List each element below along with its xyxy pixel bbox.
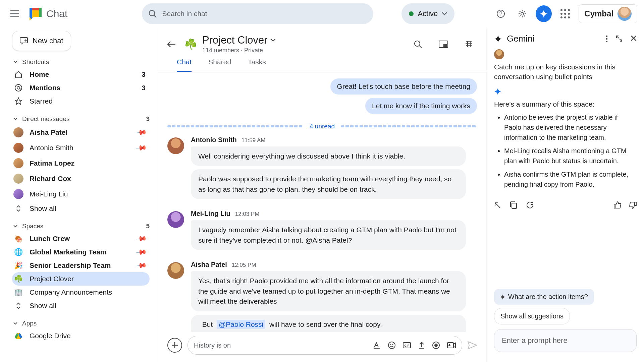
main-menu-button[interactable] <box>7 6 23 22</box>
avatar-icon <box>13 127 23 137</box>
star-icon <box>13 97 23 105</box>
message-author[interactable]: Antonio Smith <box>191 136 237 144</box>
search-placeholder: Search in chat <box>162 10 207 18</box>
new-chat-icon <box>20 37 28 45</box>
message-bubble[interactable]: But @Paolo Rossi will have to send over … <box>191 315 466 332</box>
pin-icon: 📌 <box>135 126 147 138</box>
top-bar: Chat Search in chat Active ? Cymbal <box>0 0 644 27</box>
panel-more-button[interactable] <box>606 35 608 43</box>
compose-placeholder: History is on <box>194 342 366 349</box>
dm-item[interactable]: Fatima Lopez <box>12 156 150 171</box>
panel-expand-button[interactable] <box>616 35 623 43</box>
message-author[interactable]: Aisha Patel <box>191 261 227 268</box>
panel-close-button[interactable] <box>631 35 637 43</box>
nav-starred[interactable]: Starred <box>12 95 150 108</box>
mention-chip[interactable]: @Paolo Rossi <box>217 320 265 329</box>
message-bubble[interactable]: Well considering everything we discussed… <box>191 146 466 166</box>
thread-button[interactable] <box>461 36 477 52</box>
space-item[interactable]: 🎉Senior Leadership Team📌 <box>12 259 150 272</box>
home-icon <box>13 70 23 78</box>
dm-item[interactable]: Richard Cox <box>12 171 150 186</box>
dm-item[interactable]: Antonio Smith📌 <box>12 140 150 156</box>
compose-input[interactable]: History is on GIF <box>187 336 462 355</box>
prompt-input[interactable]: Enter a prompt here <box>494 329 637 352</box>
message-bubble[interactable]: Yes, that's right! Paolo provided me wit… <box>191 271 466 311</box>
pip-button[interactable] <box>435 36 451 52</box>
section-spaces[interactable]: Spaces 5 <box>13 223 150 230</box>
nav-home[interactable]: Home 3 <box>12 68 150 81</box>
dm-show-all[interactable]: Show all <box>12 202 150 215</box>
send-icon <box>468 341 477 349</box>
avatar-icon <box>13 174 23 184</box>
summary-bullet: Antonio believes the project is viable i… <box>504 112 637 142</box>
tab-tasks[interactable]: Tasks <box>248 58 266 72</box>
space-title[interactable]: Project Clover <box>202 34 276 46</box>
format-button[interactable] <box>373 342 381 349</box>
message-author[interactable]: Mei-Ling Liu <box>191 210 230 218</box>
gemini-spark-icon <box>494 35 502 43</box>
svg-point-0 <box>149 10 155 16</box>
space-item-active[interactable]: ☘️Project Clover <box>12 272 150 286</box>
user-avatar[interactable] <box>618 7 632 21</box>
svg-point-18 <box>606 35 608 37</box>
gear-icon <box>518 9 527 18</box>
app-logo[interactable]: Chat <box>28 6 67 21</box>
gemini-button[interactable] <box>536 6 552 22</box>
space-item[interactable]: 🌐Global Marketing Team📌 <box>12 245 150 259</box>
search-in-space-button[interactable] <box>410 36 426 52</box>
spark-icon <box>500 294 505 300</box>
search-bar[interactable]: Search in chat <box>142 3 373 24</box>
composer: History is on GIF <box>158 332 486 362</box>
thumbs-down-button[interactable] <box>629 201 637 209</box>
section-shortcuts[interactable]: Shortcuts <box>13 58 150 66</box>
tab-chat[interactable]: Chat <box>177 58 192 72</box>
insert-button[interactable] <box>494 202 501 208</box>
show-all-suggestions[interactable]: Show all suggestions <box>494 308 570 324</box>
copy-button[interactable] <box>510 201 517 209</box>
dm-item[interactable]: Aisha Patel📌 <box>12 125 150 140</box>
gif-button[interactable]: GIF <box>403 342 411 348</box>
message-time: 11:59 AM <box>241 137 266 144</box>
pip-icon <box>439 41 448 48</box>
tab-shared[interactable]: Shared <box>208 58 231 72</box>
settings-button[interactable] <box>514 6 530 22</box>
outgoing-message[interactable]: Great! Let's touch base before the meeti… <box>330 78 477 95</box>
suggestion-chip[interactable]: What are the action items? <box>494 289 594 305</box>
org-switcher[interactable]: Cymbal <box>579 4 637 23</box>
spaces-show-all[interactable]: Show all <box>12 299 150 312</box>
record-button[interactable] <box>432 342 440 349</box>
thumbs-up-button[interactable] <box>614 201 621 209</box>
caret-down-icon <box>13 225 17 228</box>
gemini-spark-icon <box>539 9 548 18</box>
section-direct-messages[interactable]: Direct messages 3 <box>13 115 150 123</box>
space-item[interactable]: 🍖Lunch Crew📌 <box>12 232 150 245</box>
dm-item[interactable]: Mei-Ling Liu <box>12 186 150 202</box>
arrow-left-icon <box>167 41 176 48</box>
presence-selector[interactable]: Active <box>401 3 454 24</box>
app-item-drive[interactable]: Google Drive <box>12 329 150 343</box>
message-bubble[interactable]: I vaguely remember Aisha talking about c… <box>191 220 466 250</box>
emoji-button[interactable] <box>388 342 395 349</box>
send-button[interactable] <box>468 341 477 349</box>
new-chat-button[interactable]: New chat <box>12 31 71 51</box>
message-list[interactable]: Great! Let's touch base before the meeti… <box>158 72 486 332</box>
space-item[interactable]: 🏢Company Announcements <box>12 286 150 299</box>
nav-mentions[interactable]: Mentions 3 <box>12 81 150 95</box>
add-attachment-button[interactable] <box>167 338 182 353</box>
outgoing-message[interactable]: Let me know if the timing works <box>365 98 477 114</box>
back-button[interactable] <box>164 37 179 52</box>
message-bubble[interactable]: Paolo was supposed to provide the market… <box>191 169 466 199</box>
retry-button[interactable] <box>526 201 534 209</box>
upload-button[interactable] <box>418 342 425 349</box>
meet-button[interactable] <box>447 342 456 348</box>
google-apps-button[interactable] <box>557 6 573 22</box>
section-apps[interactable]: Apps <box>13 320 150 327</box>
space-icon: 🌐 <box>13 248 23 256</box>
message-avatar[interactable] <box>167 211 184 228</box>
message-avatar[interactable] <box>167 262 184 279</box>
at-icon <box>13 84 23 92</box>
help-button[interactable]: ? <box>493 6 509 22</box>
chevron-down-icon <box>442 12 447 15</box>
message-avatar[interactable] <box>167 137 184 154</box>
conversation-pane: ☘️ Project Clover 114 members · Private … <box>158 27 486 362</box>
